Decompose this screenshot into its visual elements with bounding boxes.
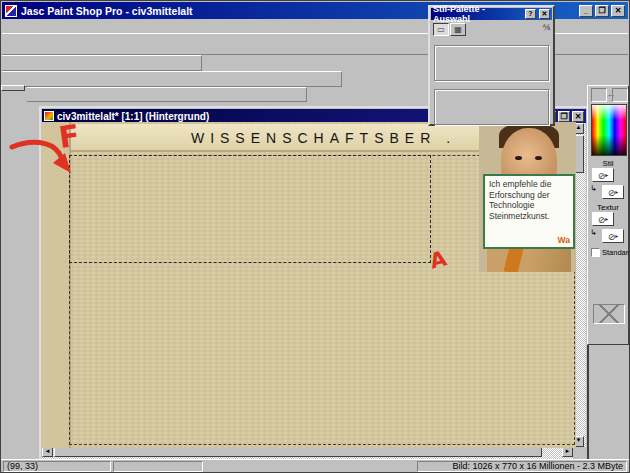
photo-toolbar [2,71,342,87]
texture-link-arrow-icon: ↳ [590,228,597,237]
app-title: Jasc Paint Shop Pro - civ3mittelalt [21,5,193,17]
web-toolbar [2,55,202,71]
advisor-eye [515,156,522,160]
style-link-arrow-icon: ↳ [590,184,597,193]
style-section-label: Stil [588,159,628,168]
dialog-titlebar: Stil-Palette - Auswahl ? ✕ [431,8,552,20]
standard-checkbox[interactable]: Standard [591,248,630,257]
tool-options-tab-2[interactable]: ▦ [450,23,466,36]
advisor-eye [535,156,542,160]
tablet-group [434,89,549,125]
close-button[interactable]: ✕ [611,5,625,17]
background-style-button[interactable]: ⊘▸ [602,185,624,199]
restore-button[interactable]: ❐ [595,5,609,17]
dialog-tabs: ▭ ▦ [433,23,466,36]
effects-toolbar [27,87,307,102]
dialog-close-button[interactable]: ✕ [539,9,550,19]
current-color-preview [593,304,625,324]
advisor-link[interactable]: Wa [558,235,570,246]
image-info: Bild: 1026 x 770 x 16 Millionen - 2.3 MB… [417,461,627,472]
background-texture-button[interactable]: ⊘▸ [602,229,624,243]
advisor-text: Ich empfehle die Erforschung der Technol… [489,179,551,221]
selection-marching-ants [69,155,431,263]
status-bar: (99, 33) Bild: 1026 x 770 x 16 Millionen… [1,459,629,472]
cursor-coordinates: (99, 33) [3,461,111,472]
dialog-corner-icon[interactable]: ⅍ [542,23,550,32]
paint-shop-pro-window: Jasc Paint Shop Pro - civ3mittelalt _ ❐ … [0,0,630,473]
document-title: civ3mittelalt* [1:1] (Hintergrund) [57,111,209,122]
horizontal-scrollbar[interactable]: ◄ ► [42,447,573,459]
standard-checkbox-box[interactable] [591,248,600,257]
texture-section-label: Textur [588,203,628,212]
image-canvas[interactable]: WISSENSCHAFTSBER . Ich empfehle die Erfo… [41,122,576,448]
document-icon [44,111,54,121]
doc-restore-button[interactable]: ❐ [558,111,570,122]
color-palette-panel: ↔ Stil ⊘▸ ↳ ⊘▸ Textur ⊘▸ ↳ ⊘▸ Standard [587,85,629,345]
dialog-help-button[interactable]: ? [525,9,536,19]
foreground-color-swatch[interactable] [591,88,607,102]
background-color-swatch[interactable] [612,88,628,102]
tool-palette [1,85,25,91]
status-cell-empty [113,461,203,472]
annotation-arrow [9,137,75,179]
minimize-button[interactable]: _ [579,5,593,17]
foreground-texture-button[interactable]: ⊘▸ [592,212,614,226]
mouse-pointer-group [434,45,549,81]
color-picker-gradient[interactable] [591,104,627,156]
dialog-title: Stil-Palette - Auswahl [433,4,524,24]
app-icon [5,5,17,17]
style-palette-dialog: Stil-Palette - Auswahl ? ✕ ▭ ▦ ⅍ [428,5,555,126]
tool-options-tab[interactable]: ▭ [433,23,449,36]
foreground-style-button[interactable]: ⊘▸ [592,168,614,182]
doc-close-button[interactable]: ✕ [572,111,584,122]
advisor-speech-box: Ich empfehle die Erforschung der Technol… [483,174,575,249]
